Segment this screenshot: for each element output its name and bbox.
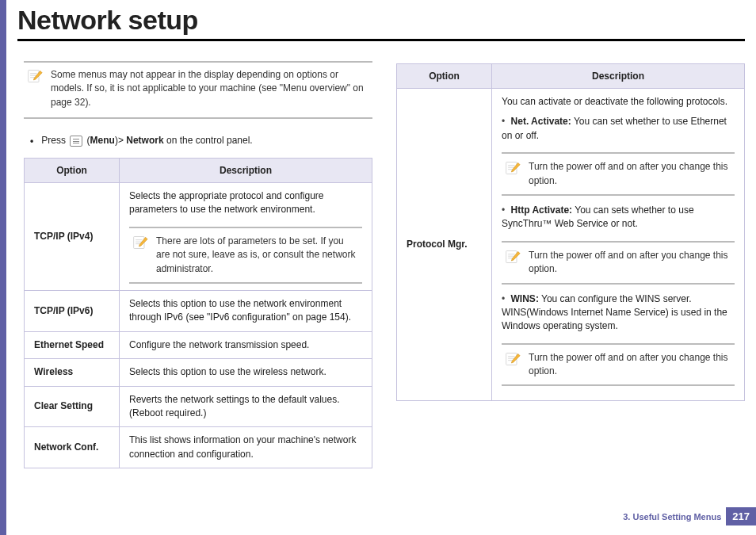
list-item: WINS: You can configure the WINS server.…	[502, 292, 735, 387]
table-row: Network Conf. This list shows informatio…	[25, 427, 372, 468]
options-table-left: Option Description TCP/IP (IPv4) Selects…	[24, 158, 372, 468]
option-name: TCP/IP (IPv6)	[25, 290, 120, 331]
option-description: Configure the network transmission speed…	[120, 331, 372, 358]
table-row: Protocol Mgr. You can activate or deacti…	[397, 89, 745, 401]
footer-section: 3. Useful Setting Menus	[623, 512, 721, 522]
bullet-icon: •	[30, 136, 33, 147]
protocol-list: Net. Activate: You can set whether to us…	[502, 115, 735, 386]
table-row: TCP/IP (IPv6) Selects this option to use…	[25, 290, 372, 331]
menu-icon	[70, 136, 82, 147]
option-description: You can activate or deactivate the follo…	[492, 89, 745, 401]
th-option: Option	[397, 64, 492, 89]
option-description: Selects this option to use the wireless …	[120, 359, 372, 386]
row-note: Turn the power off and on after you chan…	[502, 343, 735, 387]
option-description: Reverts the network settings to the defa…	[120, 386, 372, 427]
note-icon	[27, 68, 43, 84]
note-icon	[505, 160, 521, 176]
table-row: Clear Setting Reverts the network settin…	[25, 386, 372, 427]
note-icon	[505, 351, 521, 367]
top-note-box: Some menus may not appear in the display…	[24, 63, 372, 119]
option-description: This list shows information on your mach…	[120, 427, 372, 468]
option-name: Wireless	[25, 359, 120, 386]
content-columns: Some menus may not appear in the display…	[6, 41, 756, 468]
row-note: There are lots of parameters to be set. …	[129, 227, 362, 284]
option-name: Network Conf.	[25, 427, 120, 468]
instruction-text: Press (Menu)> Network on the control pan…	[41, 135, 253, 147]
note-icon	[132, 235, 148, 250]
instruction-line: • Press (Menu)> Network on the control p…	[24, 132, 372, 158]
page-title: Network setup	[6, 0, 756, 36]
row-note: Turn the power off and on after you chan…	[502, 241, 735, 285]
option-description: Selects this option to use the network e…	[120, 290, 372, 331]
options-table-right: Option Description Protocol Mgr. You can…	[396, 63, 745, 401]
option-description: Selects the appropriate protocol and con…	[120, 183, 372, 291]
page-number: 217	[726, 507, 756, 525]
left-column: Some menus may not appear in the display…	[24, 63, 372, 468]
row-note: Turn the power off and on after you chan…	[502, 152, 735, 196]
option-name: Clear Setting	[25, 386, 120, 427]
th-option: Option	[25, 159, 120, 183]
table-row: Ethernet Speed Configure the network tra…	[25, 331, 372, 358]
title-underline	[17, 39, 745, 41]
page-footer: 3. Useful Setting Menus 217	[623, 507, 756, 525]
option-name: TCP/IP (IPv4)	[25, 183, 120, 291]
table-row: Wireless Selects this option to use the …	[25, 359, 372, 386]
list-item: Http Activate: You can sets whether to u…	[502, 204, 735, 285]
note-icon	[505, 249, 521, 265]
top-note-text: Some menus may not appear in the display…	[51, 68, 369, 109]
th-description: Description	[120, 159, 372, 183]
th-description: Description	[492, 64, 745, 89]
option-name: Ethernet Speed	[25, 331, 120, 358]
list-item: Net. Activate: You can set whether to us…	[502, 115, 735, 196]
right-column: Option Description Protocol Mgr. You can…	[396, 63, 745, 468]
option-name: Protocol Mgr.	[397, 89, 492, 401]
table-row: TCP/IP (IPv4) Selects the appropriate pr…	[25, 183, 372, 291]
